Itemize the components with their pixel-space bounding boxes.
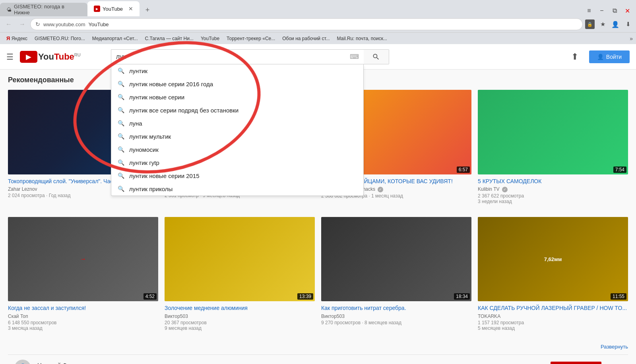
logo-tube: Tube: [54, 52, 74, 62]
video-meta: 6 148 550 просмотров 3 месяца назад: [8, 320, 158, 331]
video-card[interactable]: 18:34 Как приготовить нитрат серебра. Ви…: [321, 217, 471, 334]
video-duration: 11:55: [611, 293, 626, 300]
youtube-favicon: [94, 6, 100, 12]
autocomplete-item[interactable]: 🔍 луна: [111, 117, 363, 130]
search-suggestion-icon: 🔍: [118, 133, 124, 139]
video-thumbnail: 7,62мм 11:55: [478, 217, 628, 302]
autocomplete-item[interactable]: 🔍 лунтик приколы: [111, 182, 363, 196]
youtube-logo[interactable]: ▶ YouTube RU: [20, 51, 81, 63]
bookmark-torrent[interactable]: Торрент-трекер «Се...: [223, 35, 278, 42]
video-thumbnail: 13:39: [165, 217, 315, 302]
video-card[interactable]: → 4:52 Когда не зассал и заступился! Ска…: [8, 217, 158, 334]
video-duration: 18:34: [454, 293, 470, 300]
search-icon: [372, 53, 380, 61]
video-grid-row2: → 4:52 Когда не зассал и заступился! Ска…: [8, 217, 628, 334]
autocomplete-item[interactable]: 🔍 лунтик гуtp: [111, 156, 363, 169]
star-bookmark-icon[interactable]: ★: [598, 19, 607, 29]
search-suggestion-icon: 🔍: [118, 107, 124, 113]
verified-icon: ✓: [502, 187, 508, 192]
extension-icon[interactable]: 🔒: [585, 19, 595, 29]
search-container: ⌨ 🔍 лунтик 🔍 лунтик новые серии 2016 год…: [111, 49, 389, 64]
forward-button[interactable]: →: [17, 19, 28, 30]
video-duration: 6:57: [457, 167, 470, 173]
video-title: 5 КРУТЫХ САМОДЕЛОК: [478, 178, 628, 185]
new-tab-button[interactable]: +: [141, 4, 154, 16]
video-title: КАК СДЕЛАТЬ РУЧНОЙ ЛАЗЕРНЫЙ ГРАВЕР / HOW…: [478, 304, 628, 312]
close-button[interactable]: ✕: [622, 5, 633, 16]
logo-region: RU: [74, 52, 81, 57]
keyboard-icon[interactable]: ⌨: [350, 53, 359, 60]
channel-subscription-bar: 👤 Николай Федорович Рекомендованный кана…: [8, 354, 628, 364]
upload-button[interactable]: ⬆: [567, 49, 583, 65]
youtube-play-icon: ▶: [26, 52, 31, 61]
tab-active-youtube[interactable]: YouTube ✕: [87, 1, 140, 16]
autocomplete-item[interactable]: 🔍 лунтик все серии подряд без остановки: [111, 104, 363, 117]
search-suggestion-icon: 🔍: [118, 120, 124, 126]
logo-you: You: [38, 52, 54, 62]
address-page-title: YouTube: [89, 21, 109, 27]
sidebar-toggle-icon[interactable]: ☰: [6, 52, 14, 62]
video-meta: 20 367 просмотров 9 месяцев назад: [165, 320, 315, 331]
bookmark-mail[interactable]: Mail.Ru: почта, поиск...: [334, 35, 390, 42]
video-duration: 13:39: [297, 293, 313, 300]
channel-name: Николай Федорович: [37, 362, 204, 364]
tab-inactive-gismeteo[interactable]: 🌤 GISMETEO: погода в Нижне: [0, 3, 87, 16]
bookmark-yandex[interactable]: Я Яндекс: [3, 35, 31, 42]
video-channel: Kulibin TV ✓: [478, 186, 628, 192]
address-bar[interactable]: ↻ www.youtube.com YouTube: [30, 18, 583, 30]
bookmark-tagil[interactable]: С.Тагила — сайт Ни...: [142, 35, 196, 42]
back-button[interactable]: ←: [3, 19, 14, 30]
minimize-button[interactable]: −: [596, 5, 607, 16]
search-input[interactable]: [116, 53, 347, 60]
video-card[interactable]: 7:54 5 КРУТЫХ САМОДЕЛОК Kulibin TV ✓ 2 3…: [478, 90, 628, 207]
search-box[interactable]: ⌨: [111, 49, 364, 64]
autocomplete-item[interactable]: 🔍 лунтик новые серии: [111, 91, 363, 104]
video-title: Золочение меднение алюминия: [165, 304, 315, 312]
subscribe-button[interactable]: ▶ Подписаться: [551, 362, 601, 364]
search-suggestion-icon: 🔍: [118, 186, 124, 192]
autocomplete-dropdown: 🔍 лунтик 🔍 лунтик новые серии 2016 года …: [111, 64, 364, 196]
video-duration: 4:52: [143, 293, 157, 300]
video-card[interactable]: 7,62мм 11:55 КАК СДЕЛАТЬ РУЧНОЙ ЛАЗЕРНЫЙ…: [478, 217, 628, 334]
youtube-header: ☰ ▶ YouTube RU ⌨ 🔍 лунтик 🔍 лунтик новые…: [0, 44, 636, 70]
tab-close-button[interactable]: ✕: [128, 6, 133, 12]
bookmark-mediaportal[interactable]: Медиапортал «Сет...: [89, 35, 141, 42]
autocomplete-item[interactable]: 🔍 лунтик: [111, 64, 363, 77]
video-thumbnail: 7:54: [478, 90, 628, 174]
bookmark-youtube[interactable]: YouTube: [198, 35, 223, 42]
video-card[interactable]: 13:39 Золочение меднение алюминия Виктор…: [165, 217, 315, 334]
download-icon[interactable]: ⬇: [623, 19, 633, 29]
bookmarks-more-button[interactable]: »: [630, 35, 633, 42]
video-channel: Скай Топ: [8, 314, 158, 319]
navigation-bar: ← → ↻ www.youtube.com YouTube 🔒 ★ 👤 ⬇: [0, 16, 636, 32]
autocomplete-item[interactable]: 🔍 лунтик новые серии 2015: [111, 169, 363, 182]
search-suggestion-icon: 🔍: [118, 81, 124, 87]
autocomplete-item[interactable]: 🔍 лунтик мультик: [111, 130, 363, 143]
search-suggestion-icon: 🔍: [118, 94, 124, 100]
bookmark-wallpaper[interactable]: Обои на рабочий ст...: [279, 35, 333, 42]
restore-button[interactable]: ⧉: [609, 5, 620, 16]
menu-button[interactable]: ≡: [584, 5, 595, 16]
user-icon[interactable]: 👤: [611, 19, 620, 29]
signin-button[interactable]: 👤 Войти: [589, 50, 630, 63]
autocomplete-item[interactable]: 🔍 луномосик: [111, 143, 363, 156]
channel-avatar: 👤: [14, 360, 31, 364]
youtube-logo-box: ▶: [20, 51, 37, 63]
expand-link[interactable]: Развернуть: [601, 344, 628, 350]
video-channel: Виктор503: [165, 314, 315, 319]
video-title: Когда не зассал и заступился!: [8, 304, 158, 312]
signin-label: Войти: [606, 54, 622, 60]
search-suggestion-icon: 🔍: [118, 159, 124, 166]
refresh-icon[interactable]: ↻: [35, 21, 40, 27]
autocomplete-item[interactable]: 🔍 лунтик новые серии 2016 года: [111, 77, 363, 91]
signin-icon: 👤: [597, 54, 604, 60]
search-suggestion-icon: 🔍: [118, 146, 124, 153]
verified-icon: ✓: [378, 187, 383, 192]
bookmarks-bar: Я Яндекс GISMETEO.RU: Пого... Медиапорта…: [0, 32, 636, 44]
tab-inactive-title: GISMETEO: погода в Нижне: [14, 4, 81, 15]
tab-active-title: YouTube: [103, 6, 123, 12]
search-button[interactable]: [364, 49, 389, 64]
video-channel: TOKARKA: [478, 314, 628, 319]
bookmark-gismeteo[interactable]: GISMETEO.RU: Пого...: [31, 35, 88, 42]
video-meta: 9 270 просмотров · 8 месяцев назад: [321, 320, 471, 325]
